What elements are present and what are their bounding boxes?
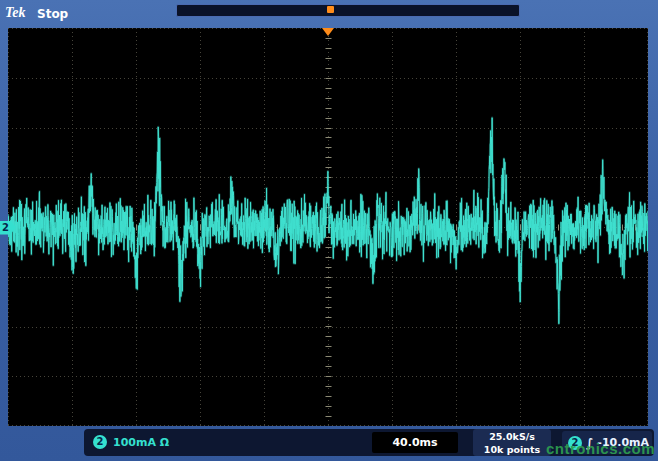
watermark: cntronics.com xyxy=(546,440,655,457)
trigger-position-marker xyxy=(322,28,334,36)
record-length: 10k points xyxy=(473,443,551,456)
tek-logo: Tek xyxy=(5,5,25,21)
channel2-readout: 2 100mA Ω xyxy=(93,435,169,449)
graticule-screen: 2 xyxy=(8,28,648,426)
acquisition-readout: 25.0kS/s 10k points xyxy=(473,429,551,456)
acquisition-status: Stop xyxy=(37,7,68,21)
waveform-canvas xyxy=(8,28,648,426)
record-position-bar xyxy=(176,4,520,17)
sample-rate: 25.0kS/s xyxy=(473,430,551,443)
horizontal-scale-readout: 40.0ms xyxy=(372,432,458,453)
record-position-marker xyxy=(327,6,334,13)
channel2-scale: 100mA Ω xyxy=(113,436,169,449)
oscilloscope-display: Tek Stop 2 2 100mA Ω 40.0ms 25.0kS/s 10k… xyxy=(0,0,658,461)
channel2-badge: 2 xyxy=(93,435,107,449)
